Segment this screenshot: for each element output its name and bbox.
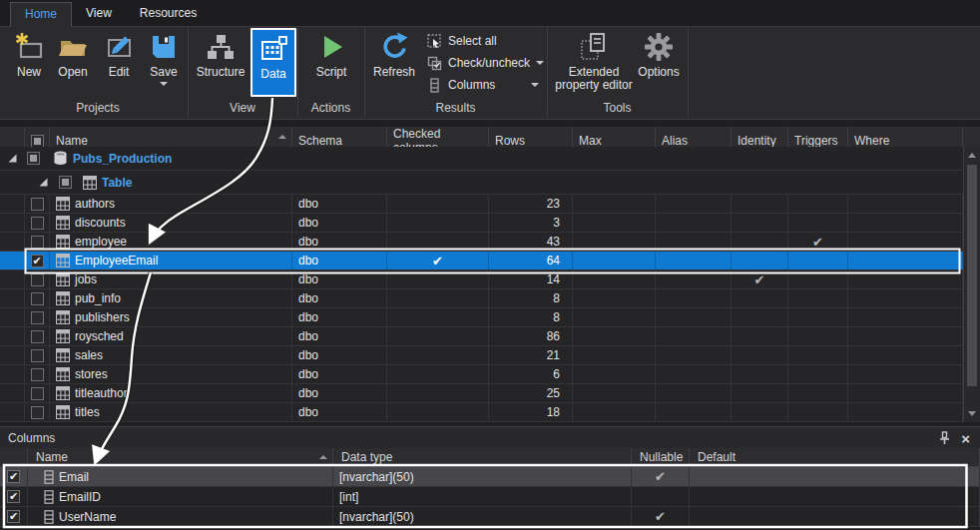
rows-count-cell: 25 — [489, 384, 573, 402]
structure-button[interactable]: Structure — [192, 28, 249, 98]
row-checkbox[interactable] — [31, 217, 44, 230]
identity-cell — [732, 403, 788, 421]
scrollbar-thumb[interactable] — [967, 165, 977, 386]
row-checkbox[interactable] — [31, 198, 44, 211]
tree-node-table-group[interactable]: Table — [0, 171, 963, 195]
extended-property-editor-label: Extended property editor — [548, 66, 640, 92]
tree-node-database[interactable]: Pubs_Production — [0, 147, 963, 171]
row-checkbox[interactable] — [31, 236, 44, 249]
scroll-up-icon[interactable] — [968, 153, 976, 158]
table-row[interactable]: jobs dbo 14 ✔ — [0, 270, 963, 289]
tables-grid: Pubs_Production Table authors dbo 23 — [0, 147, 963, 422]
tab-view[interactable]: View — [72, 2, 126, 26]
column-checkbox[interactable] — [7, 470, 20, 483]
open-button[interactable]: Open — [51, 28, 95, 98]
table-name: jobs — [75, 272, 97, 286]
row-checkbox[interactable] — [31, 387, 44, 400]
select-all-button[interactable]: Select all — [427, 31, 545, 51]
expand-collapse-icon[interactable] — [38, 177, 49, 188]
row-checkbox[interactable] — [31, 406, 44, 419]
default-cell — [690, 507, 980, 526]
columns-header-name[interactable]: Name — [28, 448, 333, 467]
row-checkbox[interactable] — [31, 311, 44, 324]
save-dropdown-arrow-icon[interactable] — [160, 82, 168, 86]
select-all-icon — [427, 34, 442, 49]
row-checkbox[interactable] — [31, 330, 44, 343]
table-row[interactable]: titles dbo 18 — [0, 403, 963, 422]
where-cell — [848, 195, 963, 213]
close-icon[interactable]: × — [961, 431, 970, 446]
table-row[interactable]: authors dbo 23 — [0, 195, 963, 214]
expand-collapse-icon[interactable] — [7, 153, 18, 164]
check-uncheck-button[interactable]: Check/uncheck — [427, 53, 545, 73]
column-row[interactable]: EmailID [int] — [0, 487, 980, 507]
database-checkbox[interactable] — [27, 152, 40, 165]
save-button[interactable]: Save — [142, 28, 186, 98]
columns-button[interactable]: Columns — [427, 75, 539, 95]
vertical-scrollbar[interactable] — [963, 147, 980, 422]
table-group-checkbox[interactable] — [59, 176, 72, 189]
where-cell — [848, 308, 963, 326]
script-button[interactable]: Script — [302, 28, 360, 98]
identity-cell — [732, 327, 788, 345]
table-row[interactable]: sales dbo 21 — [0, 346, 963, 365]
refresh-button[interactable]: Refresh — [366, 28, 422, 98]
options-button[interactable]: Options — [631, 28, 687, 98]
tab-resources[interactable]: Resources — [126, 2, 211, 26]
schema-cell: dbo — [292, 252, 387, 269]
rows-count-cell: 64 — [489, 252, 573, 269]
table-icon — [56, 348, 70, 362]
group-separator — [688, 28, 689, 116]
row-checkbox[interactable] — [31, 368, 44, 381]
row-checkbox[interactable] — [31, 292, 44, 305]
row-checkbox[interactable] — [31, 255, 44, 267]
column-row[interactable]: Email [nvarchar](50) ✔ — [0, 467, 980, 487]
rows-count-cell: 3 — [489, 214, 573, 232]
column-name: Email — [59, 470, 89, 484]
max-cell — [573, 308, 656, 326]
checked-columns-cell — [387, 327, 489, 345]
table-row[interactable]: pub_info dbo 8 — [0, 289, 963, 308]
columns-header-data-type[interactable]: Data type — [333, 448, 632, 467]
table-row[interactable]: EmployeeEmail dbo ✔ 64 — [0, 252, 963, 270]
max-cell — [573, 365, 656, 383]
table-row[interactable]: publishers dbo 8 — [0, 308, 963, 327]
tab-home[interactable]: Home — [10, 2, 72, 27]
identity-cell — [732, 214, 788, 232]
triggers-cell — [788, 346, 848, 364]
where-cell — [848, 252, 963, 269]
table-row[interactable]: stores dbo 6 — [0, 365, 963, 384]
row-checkbox[interactable] — [31, 349, 44, 362]
name-cell: titles — [50, 403, 292, 421]
column-checkbox[interactable] — [7, 510, 20, 523]
row-indicator-cell — [0, 289, 25, 307]
extended-property-editor-button[interactable]: Extended property editor — [547, 28, 641, 98]
new-icon — [13, 31, 45, 63]
table-row[interactable]: roysched dbo 86 — [0, 327, 963, 346]
name-cell: stores — [50, 365, 292, 383]
select-all-checkbox[interactable] — [31, 135, 44, 148]
table-icon — [56, 197, 70, 211]
select-all-label: Select all — [448, 34, 497, 48]
column-row[interactable]: UserName [nvarchar](50) ✔ — [0, 507, 980, 527]
pin-icon[interactable] — [938, 431, 951, 445]
checked-columns-cell — [387, 233, 489, 251]
data-type-cell: [nvarchar](50) — [333, 507, 632, 526]
column-checkbox[interactable] — [7, 490, 20, 503]
identity-cell — [732, 289, 788, 307]
column-name-cell: EmailID — [28, 487, 333, 506]
identity-cell — [732, 195, 788, 213]
data-button[interactable]: Data — [250, 28, 296, 97]
columns-header-default[interactable]: Default — [690, 448, 980, 467]
table-name: EmployeeEmail — [75, 254, 158, 267]
edit-button[interactable]: Edit — [97, 28, 141, 98]
columns-header-nullable[interactable]: Nullable — [632, 448, 690, 467]
row-indicator-cell — [0, 252, 25, 269]
table-row[interactable]: titleauthor dbo 25 — [0, 384, 963, 403]
row-checkbox[interactable] — [31, 273, 44, 286]
table-row[interactable]: discounts dbo 3 — [0, 214, 963, 233]
new-button[interactable]: New — [8, 28, 50, 98]
table-row[interactable]: employee dbo 43 ✔ — [0, 233, 963, 252]
columns-checkbox-header — [0, 448, 28, 467]
scroll-down-icon[interactable] — [968, 411, 976, 416]
